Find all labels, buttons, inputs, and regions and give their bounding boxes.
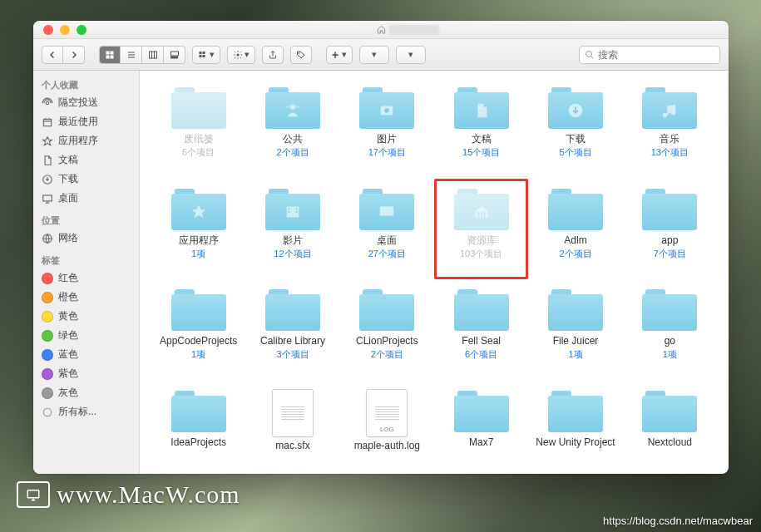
minimize-button[interactable] [60, 25, 70, 35]
svg-point-15 [237, 53, 240, 56]
search-field[interactable] [579, 46, 720, 64]
grid-item[interactable]: Adlm2个项目 [531, 184, 619, 280]
sidebar-item[interactable]: 文稿 [33, 150, 139, 170]
item-sub: 13个项目 [651, 146, 689, 159]
item-name: app [661, 235, 678, 246]
item-name: Fell Seal [462, 336, 501, 347]
sidebar-item[interactable]: 网络 [33, 229, 139, 248]
alltags-icon [42, 406, 53, 418]
item-name: 废纸篓 [184, 134, 214, 145]
grid-item[interactable]: CLionProjects2个项目 [343, 284, 431, 381]
tag-dot-icon [42, 368, 53, 380]
sidebar-item[interactable]: 下载 [33, 170, 139, 189]
window-controls [33, 25, 86, 35]
item-sub: 2个项目 [559, 248, 591, 260]
sidebar-item-label: 文稿 [58, 153, 78, 167]
dropdown-2[interactable]: ▾ [396, 46, 426, 64]
grid-item[interactable]: File Juicer1项 [531, 284, 619, 381]
folder-icon [454, 288, 509, 331]
sidebar-item-label: 红色 [58, 271, 78, 285]
sidebar-item[interactable]: 应用程序 [33, 131, 139, 150]
grid-item[interactable]: Max7 [437, 386, 525, 471]
zoom-button[interactable] [77, 25, 86, 35]
item-sub: 27个项目 [368, 248, 406, 260]
item-sub: 1项 [191, 248, 205, 260]
folder-icon [548, 389, 603, 432]
grid-item[interactable]: app7个项目 [626, 184, 714, 280]
tag-dot-icon [42, 311, 53, 323]
grid-item[interactable]: 资源库103个项目 [437, 184, 525, 280]
view-gallery-button[interactable] [164, 46, 185, 64]
sidebar-item[interactable]: 灰色 [33, 383, 139, 402]
item-name: File Juicer [553, 336, 599, 347]
view-list-button[interactable] [121, 46, 142, 64]
forward-button[interactable] [63, 46, 85, 64]
grid-item[interactable]: 废纸篓6个项目 [155, 82, 242, 179]
grid-item[interactable]: New Unity Project [531, 386, 619, 471]
svg-rect-30 [288, 211, 289, 213]
item-sub: 5个项目 [559, 146, 591, 159]
tag-dot-icon [42, 349, 53, 361]
folder-icon [359, 187, 414, 230]
grid-item[interactable]: Calibre Library3个项目 [249, 284, 336, 381]
sidebar-header: 个人收藏 [33, 76, 139, 93]
grid-item[interactable]: go1项 [626, 284, 714, 381]
sidebar-item[interactable]: 橙色 [33, 288, 139, 307]
view-column-button[interactable] [142, 46, 164, 64]
share-button[interactable] [262, 46, 284, 64]
tag-dot-icon [42, 292, 53, 303]
home-icon [377, 25, 386, 34]
grid-item[interactable]: IdeaProjects [155, 386, 242, 471]
grid-item[interactable]: 应用程序1项 [155, 184, 242, 280]
folder-icon [265, 187, 320, 230]
grid-item[interactable]: 公共2个项目 [249, 82, 336, 179]
sidebar-item[interactable]: 黄色 [33, 307, 139, 326]
item-name: maple-auth.log [354, 441, 420, 451]
sidebar-item[interactable]: 红色 [33, 268, 139, 288]
sidebar-item[interactable]: 桌面 [33, 189, 139, 208]
item-name: 音乐 [660, 134, 679, 145]
sidebar-item-label: 紫色 [58, 367, 78, 381]
tags-button[interactable] [290, 46, 312, 64]
grid-item[interactable]: Nextcloud [626, 386, 714, 471]
svg-point-26 [385, 108, 390, 113]
svg-point-17 [586, 51, 592, 57]
item-name: New Unity Project [536, 437, 615, 448]
svg-rect-11 [200, 52, 202, 54]
item-sub: 1项 [191, 348, 205, 361]
item-sub: 7个项目 [654, 248, 686, 260]
grid-item[interactable]: 音乐13个项目 [626, 82, 714, 179]
sidebar: 个人收藏隔空投送最近使用应用程序文稿下载桌面位置网络标签红色橙色黄色绿色蓝色紫色… [33, 71, 140, 474]
dropdown-1[interactable]: ▾ [359, 46, 389, 64]
sidebar-item-label: 下载 [58, 172, 78, 186]
action-button[interactable]: ▾ [227, 46, 255, 64]
sidebar-item[interactable]: 紫色 [33, 364, 139, 383]
sidebar-item[interactable]: 所有标... [33, 402, 139, 421]
sidebar-item[interactable]: 绿色 [33, 326, 139, 345]
close-button[interactable] [43, 25, 53, 35]
item-name: Max7 [469, 437, 493, 448]
recent-icon [42, 116, 53, 128]
grid-item[interactable]: 文稿15个项目 [437, 82, 525, 179]
grid-item[interactable]: 下载5个项目 [531, 82, 619, 179]
grid-item[interactable]: 影片12个项目 [249, 184, 336, 280]
back-button[interactable] [42, 46, 63, 64]
sidebar-item[interactable]: 隔空投送 [33, 93, 139, 112]
grid-item[interactable]: Fell Seal6个项目 [437, 284, 525, 381]
search-input[interactable] [598, 49, 714, 61]
grid-item[interactable]: 图片17个项目 [343, 82, 431, 179]
sidebar-item-label: 蓝色 [58, 347, 78, 362]
grid-item[interactable]: 桌面27个项目 [343, 184, 431, 280]
sidebar-item-label: 隔空投送 [58, 96, 98, 110]
folder-icon [642, 187, 697, 230]
add-button[interactable]: +▾ [326, 46, 353, 64]
view-icon-button[interactable] [99, 46, 121, 64]
arrange-button[interactable]: ▾ [192, 46, 220, 64]
sidebar-item[interactable]: 最近使用 [33, 112, 139, 131]
grid-item[interactable]: mac.sfx [249, 386, 336, 471]
grid-item[interactable]: maple-auth.log [343, 386, 431, 471]
sidebar-item[interactable]: 蓝色 [33, 345, 139, 364]
desktop-icon [42, 193, 53, 204]
folder-icon [454, 389, 509, 432]
grid-item[interactable]: AppCodeProjects1项 [155, 284, 242, 381]
